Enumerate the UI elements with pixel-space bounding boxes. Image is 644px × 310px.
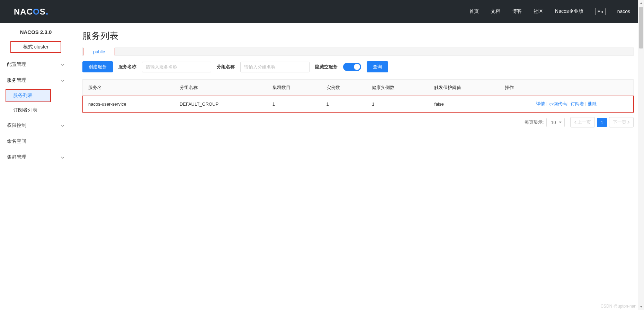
nav: 首页 文档 博客 社区 Nacos企业版 En nacos [469,8,630,15]
toolbar: 创建服务 服务名称 分组名称 隐藏空服务 查询 [82,61,634,72]
cell-instances: 1 [321,96,367,112]
menu-label: 配置管理 [7,61,26,68]
chevron-right-icon [627,121,630,124]
th-clusters: 集群数目 [267,80,321,96]
lang-toggle[interactable]: En [595,8,606,15]
th-actions: 操作 [499,80,633,96]
header: NACOS. 首页 文档 博客 社区 Nacos企业版 En nacos [0,0,644,23]
user-name[interactable]: nacos [617,9,630,14]
action-sample-code[interactable]: 示例代码 [549,101,567,106]
nav-home[interactable]: 首页 [469,8,479,15]
th-service: 服务名 [83,80,174,96]
per-page-select[interactable]: 10 [546,118,564,127]
chevron-down-icon [61,78,65,82]
mode-indicator: 模式 cluster [10,41,61,53]
service-name-label: 服务名称 [118,64,136,70]
main-content: 服务列表 public 创建服务 服务名称 分组名称 隐藏空服务 查询 服务名 … [72,23,644,310]
page-title: 服务列表 [82,30,634,42]
tab-public[interactable]: public [83,46,115,57]
th-instances: 实例数 [321,80,367,96]
sidebar-title: NACOS 2.3.0 [0,23,72,40]
sidebar: NACOS 2.3.0 模式 cluster 配置管理 服务管理 服务列表 订阅… [0,23,72,310]
hide-empty-switch[interactable] [343,63,361,71]
service-name-input[interactable] [142,62,211,72]
scrollbar[interactable] [638,0,644,310]
menu-label: 命名空间 [7,138,26,144]
nav-docs[interactable]: 文档 [491,8,500,15]
create-service-button[interactable]: 创建服务 [82,61,113,72]
th-threshold: 触发保护阈值 [429,80,499,96]
logo[interactable]: NACOS. [14,6,48,17]
menu-label: 权限控制 [7,122,26,129]
cell-threshold: false [429,96,499,112]
page-1-button[interactable]: 1 [597,118,607,127]
scroll-down-icon[interactable] [638,304,644,310]
cell-healthy: 1 [366,96,429,112]
chevron-left-icon [574,121,577,124]
hide-empty-label: 隐藏空服务 [315,64,338,70]
table-row: nacos-user-service DEFAULT_GROUP 1 1 1 f… [83,96,634,112]
service-table: 服务名 分组名称 集群数目 实例数 健康实例数 触发保护阈值 操作 nacos-… [82,79,634,112]
chevron-down-icon [61,62,65,67]
action-subscriber[interactable]: 订阅者 [571,101,584,106]
group-name-input[interactable] [240,62,310,72]
chevron-down-icon [61,123,65,127]
scroll-thumb[interactable] [639,7,643,48]
menu-label: 集群管理 [7,154,26,160]
next-page-button[interactable]: 下一页 [609,117,634,127]
menu-cluster[interactable]: 集群管理 [0,149,72,165]
menu-config[interactable]: 配置管理 [0,56,72,72]
th-healthy: 健康实例数 [366,80,429,96]
watermark: CSDN @upton-nan [600,304,636,309]
cell-service: nacos-user-service [83,96,174,112]
menu-namespace[interactable]: 命名空间 [0,133,72,149]
scroll-track[interactable] [638,6,644,304]
menu-auth[interactable]: 权限控制 [0,117,72,133]
th-group: 分组名称 [174,80,267,96]
per-page-label: 每页显示: [525,119,544,125]
menu-label: 服务管理 [7,77,26,83]
namespace-tabs: public [82,47,634,56]
nav-blog[interactable]: 博客 [512,8,522,15]
chevron-down-icon [61,155,65,159]
submenu-subscriber-list[interactable]: 订阅者列表 [0,103,72,117]
scroll-up-icon[interactable] [638,0,644,6]
cell-group: DEFAULT_GROUP [174,96,267,112]
nav-enterprise[interactable]: Nacos企业版 [555,8,583,15]
menu-service[interactable]: 服务管理 [0,72,72,88]
group-name-label: 分组名称 [217,64,235,70]
nav-community[interactable]: 社区 [534,8,543,15]
query-button[interactable]: 查询 [367,61,388,72]
prev-page-button[interactable]: 上一页 [570,117,595,127]
submenu-service-list[interactable]: 服务列表 [6,89,51,102]
action-detail[interactable]: 详情 [536,101,545,106]
pagination: 每页显示: 10 上一页 1 下一页 [82,117,634,127]
cell-actions: 详情| 示例代码| 订阅者| 删除 [499,96,633,112]
tab-public-highlight: public [83,48,115,55]
action-delete[interactable]: 删除 [588,101,597,106]
cell-clusters: 1 [267,96,321,112]
